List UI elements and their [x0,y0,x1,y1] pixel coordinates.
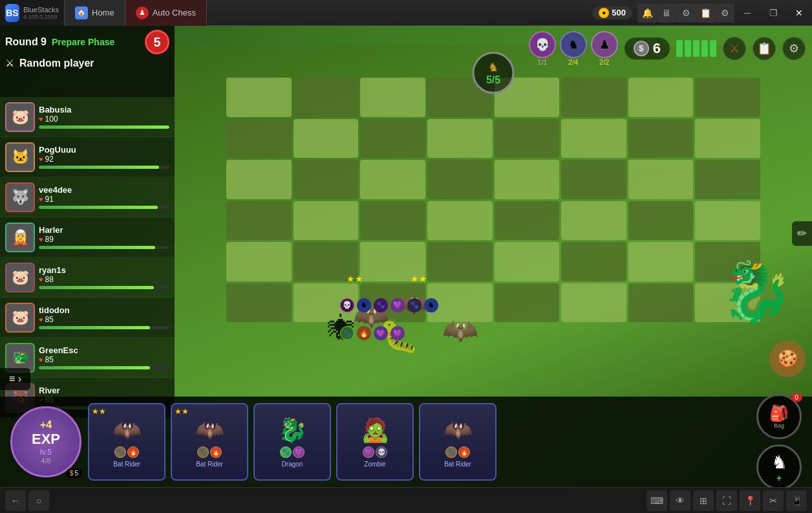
sidebar-toggle-button[interactable]: ≡ › [0,368,30,390]
board-cell-3-3[interactable] [427,201,493,241]
shop-card-4[interactable]: 🧟 💜 💀 Zombie [336,403,414,481]
board-cell-1-5[interactable] [561,119,626,158]
board-cell-0-5[interactable] [561,78,626,117]
board-cell-2-2[interactable] [360,160,425,199]
board-cell-4-3[interactable] [427,242,493,281]
board-cell-5-4[interactable] [495,283,560,323]
heart-icon-2: ♥ [39,195,43,203]
board-cell-4-6[interactable] [628,242,694,281]
board-cell-0-0[interactable] [226,78,292,117]
shop-card-3[interactable]: 🐉 🐾 💜 Dragon [253,403,331,481]
board-cell-3-7[interactable] [695,201,760,241]
board-cell-0-6[interactable] [628,78,694,117]
game-tab-label: Auto Chess [153,8,196,17]
synergy-panel[interactable]: 💀 1/1 ♞ 2/4 ♟ 2/2 [529,31,618,66]
board-cell-2-4[interactable] [495,160,560,199]
bag-button[interactable]: 🎒 0 Bag [756,394,802,439]
synergy-skull[interactable]: 💀 1/1 [529,31,556,66]
board-cell-1-7[interactable] [695,119,760,158]
synergy-knight[interactable]: ♞ 2/4 [560,31,587,66]
settings-button[interactable]: ⚙ [676,3,696,23]
shop-card-5[interactable]: 🦇 🐾 🔥 Bat Rider [419,403,497,481]
camera-button[interactable]: 👁 [670,490,690,511]
player-info-5: tidodon ♥ 85 [39,305,169,329]
phone-button[interactable]: 📱 [786,490,807,511]
player-row-5[interactable]: 🐷 tidodon ♥ 85 [0,298,175,338]
back-button[interactable]: ← [5,490,26,511]
home-button[interactable]: ○ [28,490,49,511]
restore-button[interactable]: ❐ [760,0,786,26]
board-cell-1-1[interactable] [294,119,359,158]
exp-progress: 4/8 [41,457,50,464]
synergy-chess[interactable]: ♟ 2/2 [591,31,618,66]
bell-button[interactable]: 🔔 [637,3,657,23]
minimize-button[interactable]: ─ [734,0,760,26]
heart-icon-3: ♥ [39,235,43,243]
player-name-3: Harler [39,225,169,235]
board-cell-3-1[interactable] [294,201,359,241]
board-cell-3-0[interactable] [226,201,292,241]
player-row-4[interactable]: 🐷 ryan1s ♥ 88 [0,257,175,298]
board-cell-2-6[interactable] [628,160,694,199]
board-cell-0-7[interactable] [695,78,760,117]
bluestacks-version: 4.100.0.1059 [23,14,59,20]
board-cell-2-5[interactable] [561,160,626,199]
notebook-button[interactable]: 📋 [696,3,715,23]
hp-bar-5 [39,326,169,329]
heart-icon-4: ♥ [39,276,43,283]
board-cell-1-3[interactable] [427,119,493,158]
board-cell-4-4[interactable] [495,242,560,281]
board-cell-2-1[interactable] [294,160,359,199]
combat-icon[interactable]: ⚔ [723,37,746,60]
exp-plus-label: +4 [40,419,52,431]
board-cell-2-3[interactable] [427,160,493,199]
player-row-0[interactable]: 🐷 Babusia ♥ 100 [0,97,175,137]
board-cell-5-5[interactable] [561,283,626,323]
fullscreen-button[interactable]: ⛶ [716,490,737,511]
bluestacks-icon: BS [5,4,19,22]
shop-card-1[interactable]: ★★ 🦇 🐾 🔥 Bat Rider [88,403,166,481]
location-button[interactable]: 📍 [740,490,760,511]
board-cell-0-2[interactable] [360,78,425,117]
shop-card-2[interactable]: ★★ 🦇 🐾 🔥 Bat Rider [171,403,248,481]
player-row-2[interactable]: 🐺 vee4dee ♥ 91 [0,177,175,217]
player-name-7: River [39,386,169,395]
screen-button[interactable]: ⊞ [693,490,714,511]
board-cell-0-1[interactable] [294,78,359,117]
board-cell-4-5[interactable] [561,242,626,281]
player-avatar-1: 🐱 [5,142,35,172]
board-cell-1-6[interactable] [628,119,694,158]
board-cell-1-2[interactable] [360,119,425,158]
right-panel-toggle[interactable]: ✏ [792,221,812,246]
board-cell-3-6[interactable] [628,201,694,241]
heart-icon-6: ♥ [39,356,43,364]
piece-icons-row1: 💀 ♞ 🐾 💜 🐾 ♞ [340,298,438,312]
board-cell-3-5[interactable] [561,201,626,241]
board-cell-3-2[interactable] [360,201,425,241]
close-button[interactable]: ✕ [786,0,812,26]
board-cell-5-6[interactable] [628,283,694,323]
player-name-4: ryan1s [39,265,169,275]
exp-button[interactable]: +4 EXP lv.5 4/8 $ 5 [10,406,81,477]
player-row-3[interactable]: 🧝 Harler ♥ 89 [0,217,175,257]
home-tab[interactable]: 🏠 Home [65,0,125,26]
board-cell-3-4[interactable] [495,201,560,241]
hp-value-5: 85 [45,315,54,324]
game-tab[interactable]: ♟ Auto Chess [125,0,207,26]
settings-icon[interactable]: ⚙ [782,37,806,60]
player-row-1[interactable]: 🐱 PogUuuu ♥ 92 [0,137,175,177]
board-cell-1-0[interactable] [226,119,292,158]
scissors-button[interactable]: ✂ [763,490,784,511]
cookie-button[interactable]: 🍪 [769,341,806,377]
notebook-icon[interactable]: 📋 [753,37,776,60]
board-cell-1-4[interactable] [495,119,560,158]
add-unit-button[interactable]: ♞ + [756,444,802,487]
board-cell-2-0[interactable] [226,160,292,199]
gear2-button[interactable]: ⚙ [715,3,734,23]
board-cell-4-0[interactable] [226,242,292,281]
keyboard-button[interactable]: ⌨ [646,490,667,511]
monitor-button[interactable]: 🖥 [657,3,676,23]
board-cell-5-0[interactable] [226,283,292,323]
board-cell-2-7[interactable] [695,160,760,199]
round-timer: 5 [145,30,169,54]
